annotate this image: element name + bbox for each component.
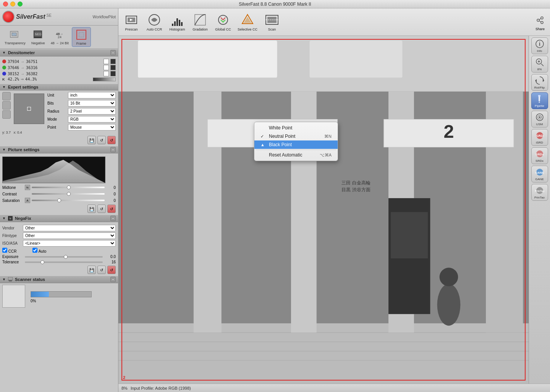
tool-bit-convert[interactable]: 48→ 24 48 → 24 Bit xyxy=(49,27,71,47)
svg-text:PrinTao: PrinTao xyxy=(535,190,544,192)
svg-point-53 xyxy=(440,268,458,286)
zoom-label: 8% xyxy=(537,68,542,71)
pipette-btn[interactable]: Pipette xyxy=(531,92,548,109)
ctx-white-point-label: White Point xyxy=(269,125,292,131)
isrd-btn[interactable]: SRD iSRD xyxy=(531,129,548,146)
expert-refresh-btn[interactable]: ↺ xyxy=(97,136,106,144)
unit-select[interactable]: inch xyxy=(68,92,116,98)
point-select[interactable]: Mouse xyxy=(68,124,116,131)
ccr-checkbox-label[interactable]: CCR xyxy=(2,248,16,253)
b-picker[interactable] xyxy=(104,71,109,76)
ctx-white-point[interactable]: White Point xyxy=(254,124,338,132)
scanner-collapse[interactable]: − xyxy=(110,277,116,282)
expert-save-btn[interactable]: 💾 xyxy=(87,136,96,144)
share-button[interactable]: Share xyxy=(533,13,547,31)
pic-reset-btn[interactable]: ↺ xyxy=(107,205,116,213)
auto-checkbox[interactable] xyxy=(32,248,37,253)
toolbar-selective-cc[interactable]: Selective CC xyxy=(236,11,259,33)
exposure-row: Exposure 0.0 xyxy=(2,255,116,259)
g-out: 36316 xyxy=(26,66,37,70)
toolbar-prescan[interactable]: Prescan xyxy=(121,11,141,33)
saturation-mode[interactable]: A xyxy=(25,198,30,203)
usm-btn[interactable]: USM xyxy=(531,111,548,127)
bits-select[interactable]: 16 Bit xyxy=(68,100,116,106)
printao-btn[interactable]: PrinTao PrinTao xyxy=(531,184,548,201)
ctx-black-point[interactable]: ▲ Black Point xyxy=(254,140,338,149)
negafix-collapse[interactable]: − xyxy=(110,216,116,221)
r-picker[interactable] xyxy=(104,59,109,64)
midtone-track[interactable] xyxy=(32,187,105,188)
iso-select[interactable]: <Linear> xyxy=(23,240,116,247)
mode-select[interactable]: RGB xyxy=(68,116,116,123)
content-area: 1 2 三田 白金高輪 目黒 渋谷方面 xyxy=(118,36,550,384)
negafix-header[interactable]: ▼ N NegaFix − xyxy=(0,215,118,222)
b-picker2[interactable] xyxy=(110,71,116,76)
minimize-button[interactable] xyxy=(10,2,15,6)
expert-btn-3[interactable] xyxy=(2,110,11,119)
expert-btn-2[interactable] xyxy=(2,101,11,110)
srdx-btn[interactable]: SRDx SRDx xyxy=(531,147,548,164)
rot-flip-btn[interactable]: Rot/Flip xyxy=(531,74,548,91)
radius-select[interactable]: 2 Pixel xyxy=(68,108,116,115)
info-btn[interactable]: i Info xyxy=(531,37,548,54)
auto-checkbox-label[interactable]: Auto xyxy=(32,248,46,253)
workflow-pilot-label[interactable]: WorkflowPilot xyxy=(93,15,116,19)
pic-refresh-btn[interactable]: ↺ xyxy=(97,205,106,213)
gane-btn[interactable]: GANE GANE xyxy=(531,166,548,182)
expert-btn-1[interactable] xyxy=(2,92,11,100)
saturation-track[interactable] xyxy=(32,200,105,201)
exposure-label: Exposure xyxy=(2,255,23,259)
svg-text:SRDx: SRDx xyxy=(535,153,544,156)
nega-save-btn[interactable]: 💾 xyxy=(87,266,96,274)
toolbar-scan[interactable]: Scan xyxy=(262,11,282,33)
density-row-r: 37934 → 36751 xyxy=(2,59,116,64)
picture-header[interactable]: ▼ Picture settings − xyxy=(0,146,118,153)
toolbar-global-cc[interactable]: Global CC xyxy=(213,11,233,33)
svg-rect-19 xyxy=(174,21,176,26)
expert-preview xyxy=(14,94,44,124)
maximize-button[interactable] xyxy=(18,2,23,6)
g-picker[interactable] xyxy=(104,65,109,70)
tolerance-thumb[interactable] xyxy=(40,260,44,264)
exposure-thumb[interactable] xyxy=(64,255,68,259)
tool-frame[interactable]: Frame xyxy=(72,27,91,47)
toolbar-histogram[interactable]: Histogram xyxy=(167,11,187,33)
picture-collapse[interactable]: − xyxy=(110,147,116,152)
srdx-icon: SRDx xyxy=(535,149,544,158)
expert-header[interactable]: ▼ Expert settings xyxy=(0,84,118,90)
isrd-label: iSRD xyxy=(536,141,543,144)
contrast-row: Contrast 0 xyxy=(2,191,116,197)
svg-rect-38 xyxy=(310,40,403,77)
pic-save-btn[interactable]: 💾 xyxy=(87,205,96,213)
nega-reset-btn[interactable]: ↺ xyxy=(107,266,116,274)
tolerance-slider[interactable] xyxy=(25,261,103,263)
close-button[interactable] xyxy=(3,2,8,6)
ctx-neutral-shortcut: ⌘N xyxy=(324,134,332,139)
k-label: K xyxy=(2,77,6,81)
r-picker2[interactable] xyxy=(110,59,116,64)
ctx-reset-automatic[interactable]: Reset Automatic ⌥⌘A xyxy=(254,151,338,159)
toolbar-gradation[interactable]: Gradation xyxy=(190,11,210,33)
midtone-mode[interactable]: N xyxy=(25,185,30,190)
gane-icon: GANE xyxy=(535,168,544,177)
g-picker2[interactable] xyxy=(110,65,116,70)
densitometer-header[interactable]: ▼ Densitometer − xyxy=(0,49,118,56)
zoom-btn[interactable]: 8% xyxy=(531,56,548,73)
ccr-checkbox[interactable] xyxy=(2,248,7,253)
midtone-thumb[interactable] xyxy=(67,186,71,189)
tool-negative[interactable]: NEG Negative xyxy=(29,27,48,47)
densitometer-collapse[interactable]: − xyxy=(110,50,116,55)
ctx-neutral-point[interactable]: ✓ Neutral Point ⌘N xyxy=(254,132,338,140)
progress-bar-outer xyxy=(31,291,92,297)
vendor-select[interactable]: Other xyxy=(23,225,116,231)
toolbar-auto-ccr[interactable]: Auto CCR xyxy=(144,11,164,33)
nega-refresh-btn[interactable]: ↺ xyxy=(97,266,106,274)
exposure-slider[interactable] xyxy=(25,256,103,258)
tool-transparency[interactable]: Transparency xyxy=(2,27,28,47)
contrast-thumb[interactable] xyxy=(67,192,71,196)
contrast-track[interactable] xyxy=(32,193,105,195)
filmtype-select[interactable]: Other xyxy=(23,232,116,239)
expert-reset-btn[interactable]: ↺ xyxy=(107,136,116,144)
saturation-thumb[interactable] xyxy=(57,198,61,202)
scanner-header[interactable]: ▼ Scanner status − xyxy=(0,276,118,283)
